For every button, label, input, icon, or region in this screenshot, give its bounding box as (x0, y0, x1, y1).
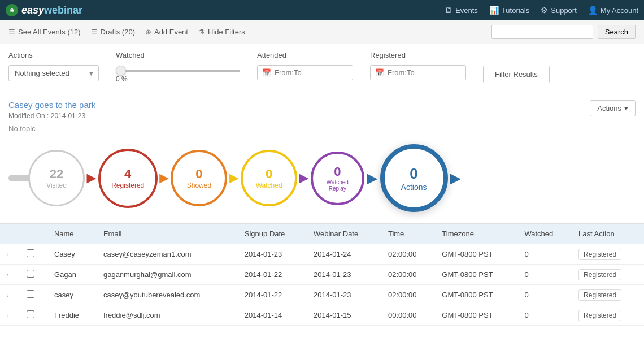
row-check-0[interactable] (20, 244, 47, 265)
funnel-registered[interactable]: 4 Registered (98, 149, 158, 208)
funnel-visited[interactable]: 22 Visited (28, 150, 85, 206)
attended-date-input[interactable] (275, 68, 348, 77)
row-check-3[interactable] (20, 305, 47, 326)
row-email-1: gaganmurghai@gmail.com (97, 265, 238, 285)
expand-icon-1[interactable]: › (7, 271, 9, 278)
filter-icon: ⚗ (198, 28, 205, 36)
funnel-visited-label: Visited (46, 181, 67, 189)
actions-select-wrapper: Nothing selected ▼ (8, 65, 99, 81)
see-all-events-btn[interactable]: ☰ See All Events (12) (8, 28, 81, 36)
arrow-registered-showed: ► (156, 169, 172, 187)
row-email-0: casey@caseyzeman1.com (97, 244, 238, 265)
row-last-action-3: Registered (572, 305, 644, 326)
drafts-label: Drafts (20) (101, 28, 135, 36)
last-action-badge-2: Registered (578, 289, 621, 301)
row-expand-3[interactable]: › (0, 305, 20, 326)
arrow-actions-end: ► (447, 168, 465, 189)
nav-events[interactable]: 🖥 Events (445, 6, 478, 15)
logo[interactable]: e easywebinar (6, 4, 82, 16)
funnel-watched-replay-inner: 0 Watched Replay (327, 165, 349, 192)
registered-date-input[interactable] (388, 68, 461, 77)
toolbar-left: ☰ See All Events (12) ☰ Drafts (20) ⊕ Ad… (8, 28, 245, 36)
account-icon: 👤 (588, 6, 598, 15)
row-expand-1[interactable]: › (0, 265, 20, 285)
toolbar-search: Search (491, 25, 636, 39)
hide-filters-btn[interactable]: ⚗ Hide Filters (198, 28, 245, 36)
event-modified: Modified On : 2014-01-23 (8, 112, 95, 120)
row-check-1[interactable] (20, 265, 47, 285)
row-check-2[interactable] (20, 285, 47, 305)
col-checkbox (20, 224, 47, 244)
row-time-3: 00:00:00 (381, 305, 435, 326)
funnel-actions[interactable]: 0 Actions (380, 144, 448, 212)
nav-account[interactable]: 👤 My Account (588, 6, 638, 15)
expand-icon-0[interactable]: › (7, 251, 9, 258)
list-icon: ☰ (8, 28, 15, 36)
funnel-registered-inner: 4 Registered (111, 167, 144, 189)
funnel-watched-replay-label: Watched Replay (327, 179, 349, 192)
row-timezone-0: GMT-0800 PST (435, 244, 517, 265)
row-webinar-0: 2014-01-24 (307, 244, 381, 265)
funnel-showed-inner: 0 Showed (187, 167, 211, 189)
expand-icon-2[interactable]: › (7, 292, 9, 299)
funnel-showed[interactable]: 0 Showed (171, 150, 227, 206)
logo-easy: easy (21, 5, 44, 16)
table-row: › casey casey@youtuberevealed.com 2014-0… (0, 285, 644, 305)
search-button[interactable]: Search (598, 25, 636, 39)
funnel-watched[interactable]: 0 Watched (241, 150, 297, 206)
add-event-btn[interactable]: ⊕ Add Event (145, 28, 188, 36)
funnel-watched-circle: 0 Watched (241, 150, 297, 206)
nav-support[interactable]: ⚙ Support (541, 6, 577, 15)
tutorials-icon: 📊 (489, 6, 499, 15)
calendar-icon-registered: 📅 (375, 68, 384, 77)
row-checkbox-1[interactable] (27, 270, 34, 278)
filter-actions-group: Actions Nothing selected ▼ (8, 51, 99, 81)
nav-tutorials-label: Tutorials (502, 6, 529, 15)
drafts-btn[interactable]: ☰ Drafts (20) (91, 28, 135, 36)
watched-slider[interactable] (116, 70, 240, 72)
expand-icon-3[interactable]: › (7, 312, 9, 319)
see-all-events-label: See All Events (12) (18, 28, 81, 36)
row-expand-2[interactable]: › (0, 285, 20, 305)
row-time-0: 02:00:00 (381, 244, 435, 265)
filter-registered-group: Registered 📅 (370, 51, 466, 80)
row-timezone-2: GMT-0800 PST (435, 285, 517, 305)
registrants-table: Name Email Signup Date Webinar Date Time… (0, 224, 644, 326)
funnel-actions-number: 0 (410, 165, 417, 183)
search-input[interactable] (491, 25, 593, 39)
attended-date-wrapper[interactable]: 📅 (257, 65, 353, 80)
event-actions-button[interactable]: Actions ▾ (590, 100, 636, 116)
arrow-showed-watched: ► (226, 169, 242, 187)
funnel-watched-replay[interactable]: 0 Watched Replay (311, 152, 364, 205)
col-time: Time (381, 224, 435, 244)
filter-results-button[interactable]: Filter Results (483, 66, 550, 83)
row-checkbox-3[interactable] (27, 310, 34, 318)
hide-filters-label: Hide Filters (208, 28, 245, 36)
row-checkbox-0[interactable] (27, 249, 34, 257)
slider-fill (116, 70, 240, 72)
add-icon: ⊕ (145, 28, 151, 36)
support-icon: ⚙ (541, 6, 548, 15)
nav-account-label: My Account (601, 6, 638, 15)
nav-tutorials[interactable]: 📊 Tutorials (489, 6, 529, 15)
table-wrapper: Name Email Signup Date Webinar Date Time… (0, 224, 644, 326)
funnel-actions-inner: 0 Actions (401, 165, 427, 192)
last-action-badge-3: Registered (578, 310, 621, 321)
table-body: › Casey casey@caseyzeman1.com 2014-01-23… (0, 244, 644, 326)
row-webinar-1: 2014-01-23 (307, 265, 381, 285)
slider-thumb[interactable] (116, 66, 126, 76)
nav-support-label: Support (551, 6, 577, 15)
row-timezone-3: GMT-0800 PST (435, 305, 517, 326)
event-title[interactable]: Casey goes to the park (8, 100, 95, 110)
event-topic: No topic (8, 124, 636, 133)
header-nav: 🖥 Events 📊 Tutorials ⚙ Support 👤 My Acco… (445, 6, 638, 15)
actions-select[interactable]: Nothing selected (8, 65, 99, 81)
filter-attended-label: Attended (257, 51, 353, 59)
registered-date-wrapper[interactable]: 📅 (370, 65, 466, 80)
funnel-registered-circle: 4 Registered (98, 149, 158, 208)
row-checkbox-2[interactable] (27, 290, 34, 298)
row-expand-0[interactable]: › (0, 244, 20, 265)
funnel-visited-number: 22 (50, 167, 63, 181)
filters-row: Actions Nothing selected ▼ Watched 0 % A… (8, 51, 636, 83)
arrow-visited-registered: ► (84, 169, 99, 187)
